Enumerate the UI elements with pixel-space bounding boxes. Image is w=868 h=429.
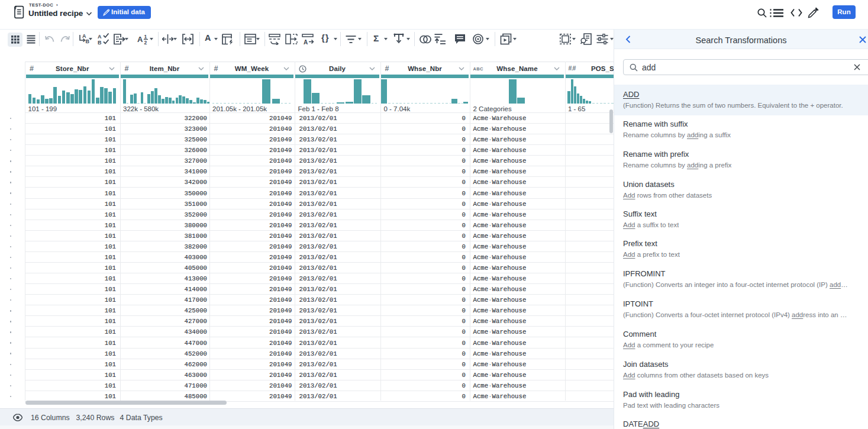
svg-text:A: A [304, 39, 308, 45]
svg-text:A: A [137, 35, 143, 44]
svg-text:2: 2 [144, 40, 147, 45]
svg-text:B: B [98, 40, 102, 45]
svg-text:1: 1 [144, 34, 147, 40]
svg-text:A: A [98, 34, 102, 40]
